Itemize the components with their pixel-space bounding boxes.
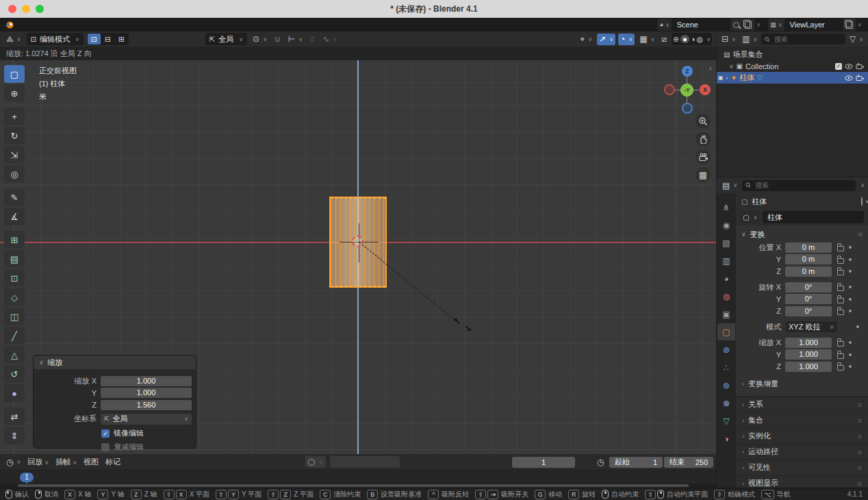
tool-button[interactable]: ↻ bbox=[4, 127, 25, 145]
animate-dot[interactable] bbox=[849, 258, 852, 261]
tool-button[interactable]: ● bbox=[4, 384, 25, 402]
zoom-window-button[interactable] bbox=[36, 5, 44, 13]
new-viewlayer-button[interactable] bbox=[843, 18, 856, 31]
outliner-search[interactable] bbox=[761, 34, 845, 45]
outliner-row-collection[interactable]: ∨ ▣ Collection ✓ bbox=[717, 60, 868, 72]
tool-button[interactable]: ◎ bbox=[4, 165, 25, 183]
properties-tab[interactable]: ⊚ bbox=[717, 377, 735, 394]
minimize-window-button[interactable] bbox=[22, 5, 30, 13]
tool-button[interactable]: ⊕ bbox=[4, 84, 25, 102]
shading-solid-button[interactable]: ● bbox=[680, 35, 689, 43]
scale-value-field[interactable]: 1.000 bbox=[785, 338, 832, 348]
lock-icon[interactable] bbox=[837, 298, 844, 303]
rotation-value-field[interactable]: 0° bbox=[785, 306, 832, 316]
snap-toggle[interactable]: ∪ bbox=[272, 34, 283, 44]
xray-toggle[interactable]: ▦∨ bbox=[637, 34, 656, 44]
tool-button[interactable]: + bbox=[4, 108, 25, 125]
panel-options-icon[interactable]: ≡ bbox=[858, 479, 862, 488]
shading-rendered-button[interactable]: ◍ bbox=[697, 35, 704, 44]
tool-button[interactable]: ⊡ bbox=[4, 269, 25, 287]
frame-end-field[interactable]: 结束250 bbox=[664, 457, 713, 468]
properties-tab[interactable]: ▣ bbox=[717, 305, 735, 323]
stopwatch-icon[interactable]: ◷ bbox=[597, 458, 604, 467]
overlays-toggle[interactable]: ◔∨ bbox=[618, 34, 635, 45]
properties-tab[interactable]: ▢ bbox=[717, 323, 735, 340]
eye-icon[interactable] bbox=[845, 64, 853, 69]
lock-icon[interactable] bbox=[837, 286, 844, 291]
render-visibility-icon[interactable] bbox=[856, 75, 864, 81]
timeline-editor-type-button[interactable]: ◷∨ bbox=[4, 458, 23, 467]
properties-tab[interactable]: ▤ bbox=[717, 234, 735, 251]
sidebar-toggle-icon[interactable]: ‹ bbox=[709, 64, 712, 72]
tool-button[interactable]: △ bbox=[4, 346, 25, 364]
animate-dot[interactable] bbox=[849, 365, 852, 368]
properties-tab[interactable]: ⊗ bbox=[717, 395, 735, 412]
properties-tab[interactable]: ▽ bbox=[717, 412, 735, 429]
properties-section-collapsed[interactable]: › 关系 ≡ bbox=[736, 397, 868, 412]
timeline-ruler[interactable]: 1 bbox=[0, 470, 716, 484]
location-value-field[interactable]: 0 m bbox=[785, 254, 832, 264]
editor-type-button[interactable]: ⟁∨ bbox=[4, 34, 23, 44]
close-window-button[interactable] bbox=[8, 5, 16, 13]
delta-transform-section[interactable]: › 变换增量 bbox=[736, 377, 868, 392]
tool-button[interactable]: ⊞ bbox=[4, 231, 25, 249]
properties-section-collapsed[interactable]: › 视图显示 ≡ bbox=[736, 475, 868, 488]
transform-section-header[interactable]: ∨ 变换 ≡ bbox=[736, 227, 868, 241]
properties-tab[interactable]: ◑ bbox=[717, 430, 735, 447]
object-expand-icon[interactable]: › bbox=[726, 75, 728, 82]
location-value-field[interactable]: 0 m bbox=[785, 266, 832, 277]
edge-select-button[interactable]: ⊟ bbox=[101, 34, 114, 45]
animate-dot[interactable] bbox=[849, 310, 852, 312]
outliner-filter-button[interactable]: ▽∨ bbox=[847, 34, 865, 44]
new-scene-button[interactable] bbox=[742, 18, 754, 31]
panel-options-icon[interactable]: ≡ bbox=[858, 230, 863, 238]
lock-icon[interactable] bbox=[837, 270, 844, 275]
properties-tab[interactable]: ▥ bbox=[717, 252, 735, 269]
show-gizmo-dropdown[interactable]: ⌖∨ bbox=[578, 34, 595, 44]
zoom-button[interactable] bbox=[695, 114, 711, 129]
lock-icon[interactable] bbox=[837, 310, 844, 315]
gizmo-toggle[interactable]: ↗∨ bbox=[597, 34, 615, 45]
gizmo-neg-z-axis[interactable] bbox=[682, 103, 693, 114]
tool-button[interactable]: ◇ bbox=[4, 288, 25, 306]
scale-axis-value[interactable]: 1.000 bbox=[101, 376, 192, 386]
unlink-scene-icon[interactable]: × bbox=[754, 21, 763, 29]
render-visibility-icon[interactable] bbox=[856, 63, 864, 69]
scale-panel-header[interactable]: ∨缩放 bbox=[34, 355, 196, 369]
panel-options-icon[interactable]: ≡ bbox=[858, 401, 862, 409]
properties-tab[interactable]: ⊛ bbox=[717, 341, 735, 358]
autokey-toggle[interactable]: ∨ bbox=[305, 456, 326, 468]
render-pass-icon[interactable]: ⧄ bbox=[659, 34, 669, 44]
pan-button[interactable] bbox=[695, 132, 711, 147]
properties-section-collapsed[interactable]: › 集合 ≡ bbox=[736, 412, 868, 428]
blender-logo-icon[interactable] bbox=[4, 20, 14, 30]
lock-icon[interactable] bbox=[837, 246, 844, 251]
rotation-mode-select[interactable]: XYZ 欧拉∨ bbox=[785, 321, 837, 332]
timeline-menu-item[interactable]: 视图 bbox=[80, 457, 102, 467]
lock-icon[interactable] bbox=[837, 341, 844, 347]
mode-dropdown[interactable]: ⊡ 编辑模式 ∨ bbox=[27, 33, 84, 45]
proportional-edit-toggle[interactable]: ◌ bbox=[308, 34, 317, 44]
scene-name[interactable]: Scene bbox=[672, 18, 730, 31]
timeline-menu-item[interactable]: 插帧∨ bbox=[52, 457, 80, 467]
animate-dot[interactable] bbox=[856, 325, 859, 328]
tool-button[interactable]: ⇄ bbox=[4, 408, 25, 425]
transform-orientation-dropdown[interactable]: ⇱ 全局 ∨ bbox=[205, 33, 247, 45]
scene-icon[interactable]: ◕∨ bbox=[657, 18, 671, 31]
viewport-3d[interactable]: 正交前视图 (1) 柱体 米 ▢⊕+↻⇲◎✎∡⊞▤⊡◇◫╱△↺●⇄⇕ ↖ ↘ Z… bbox=[0, 60, 716, 454]
panel-options-icon[interactable]: ≡ bbox=[858, 432, 862, 440]
properties-search[interactable] bbox=[742, 180, 856, 191]
mirror-editing-checkbox[interactable]: ✓ bbox=[101, 429, 110, 438]
tool-button[interactable]: ◫ bbox=[4, 308, 25, 325]
pin-id-icon[interactable] bbox=[861, 197, 863, 205]
viewlayer-icon[interactable]: ▥∨ bbox=[768, 18, 784, 31]
toggle-ortho-button[interactable]: ▦ bbox=[695, 167, 711, 182]
gizmo-x-axis[interactable]: X bbox=[700, 84, 711, 95]
gizmo-neg-y-axis[interactable]: -Y bbox=[680, 84, 693, 97]
timeline-menu-item[interactable]: 回放∨ bbox=[24, 457, 52, 467]
outliner-filter-mode-button[interactable]: ▥∨ bbox=[740, 34, 759, 44]
properties-section-collapsed[interactable]: › 运动路径 ≡ bbox=[736, 444, 868, 460]
tool-button[interactable]: ✎ bbox=[4, 188, 25, 206]
rotation-value-field[interactable]: 0° bbox=[785, 294, 832, 304]
falloff-editing-checkbox[interactable] bbox=[101, 443, 110, 451]
